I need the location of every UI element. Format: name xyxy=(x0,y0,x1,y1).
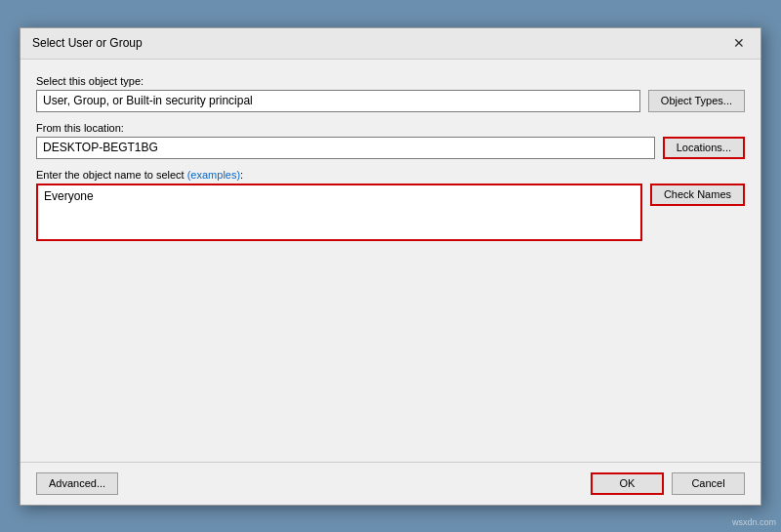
object-type-group: Select this object type: Object Types... xyxy=(36,75,745,112)
examples-link[interactable]: (examples) xyxy=(187,169,240,181)
object-type-row: Object Types... xyxy=(36,90,745,112)
title-bar: Select User or Group ✕ xyxy=(21,28,760,60)
dialog-content: Select this object type: Object Types...… xyxy=(21,60,760,462)
dialog-footer: Advanced... OK Cancel xyxy=(21,462,760,505)
location-input[interactable] xyxy=(36,137,655,159)
locations-button[interactable]: Locations... xyxy=(663,137,745,159)
watermark: wsxdn.com xyxy=(732,517,776,527)
object-type-input[interactable] xyxy=(36,90,640,112)
object-name-input-wrapper xyxy=(36,184,642,241)
dialog-title: Select User or Group xyxy=(32,36,143,50)
content-spacer xyxy=(36,251,745,450)
cancel-button[interactable]: Cancel xyxy=(672,472,745,495)
check-names-button[interactable]: Check Names xyxy=(650,184,745,206)
location-row: Locations... xyxy=(36,137,745,159)
advanced-button[interactable]: Advanced... xyxy=(36,472,118,495)
object-name-row: Check Names xyxy=(36,184,745,241)
location-group: From this location: Locations... xyxy=(36,122,745,159)
object-name-input[interactable] xyxy=(38,185,640,239)
object-types-button[interactable]: Object Types... xyxy=(648,90,745,112)
location-label: From this location: xyxy=(36,122,745,134)
object-type-label: Select this object type: xyxy=(36,75,745,87)
close-button[interactable]: ✕ xyxy=(729,33,749,53)
ok-button[interactable]: OK xyxy=(591,472,664,495)
object-name-label: Enter the object name to select (example… xyxy=(36,169,745,181)
footer-right: OK Cancel xyxy=(591,472,745,495)
select-user-dialog: Select User or Group ✕ Select this objec… xyxy=(20,27,761,506)
object-name-section: Enter the object name to select (example… xyxy=(36,169,745,241)
